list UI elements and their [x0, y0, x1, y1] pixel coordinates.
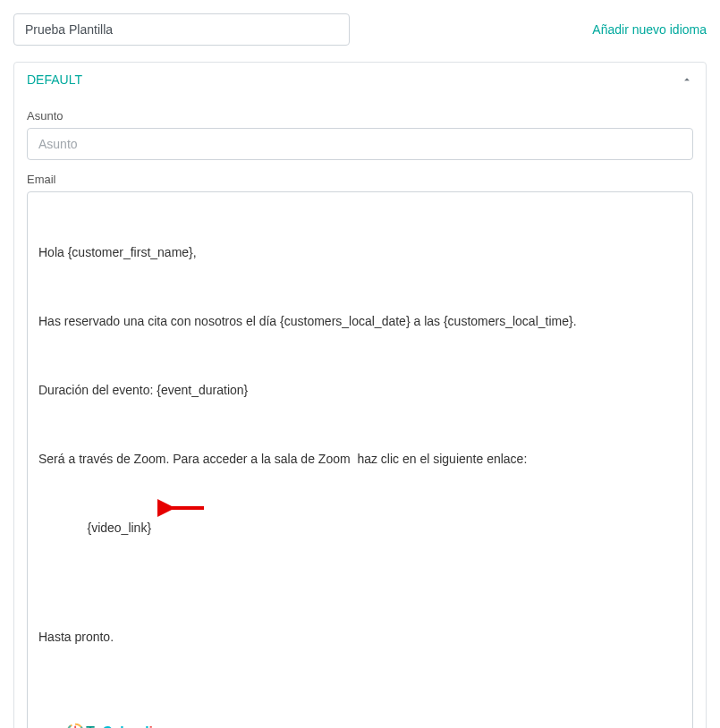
email-label: Email [27, 173, 693, 186]
email-line: Hola {customer_first_name}, [38, 243, 682, 262]
default-panel: DEFAULT Asunto Email Hola {customer_firs… [13, 62, 707, 728]
subject-label: Asunto [27, 109, 693, 123]
chevron-up-icon [681, 73, 693, 86]
email-line: Duración del evento: {event_duration} [38, 381, 682, 400]
svg-text:TuCalendi: TuCalendi [86, 724, 153, 728]
email-line: Hasta pronto. [38, 628, 682, 647]
template-name-input[interactable] [13, 13, 350, 46]
email-line: Has reservado una cita con nosotros el d… [38, 312, 682, 331]
email-body-editor[interactable]: Hola {customer_first_name}, Has reservad… [27, 191, 693, 728]
add-language-link[interactable]: Añadir nuevo idioma [592, 22, 707, 37]
email-video-link-placeholder: {video_link} [87, 521, 151, 535]
subject-input[interactable] [27, 128, 693, 160]
arrow-annotation-icon [157, 497, 208, 519]
email-line: Será a través de Zoom. Para acceder a la… [38, 450, 682, 469]
panel-title: DEFAULT [27, 72, 82, 87]
tucalendi-logo: TuCalendi [38, 702, 682, 728]
panel-header[interactable]: DEFAULT [14, 63, 706, 97]
